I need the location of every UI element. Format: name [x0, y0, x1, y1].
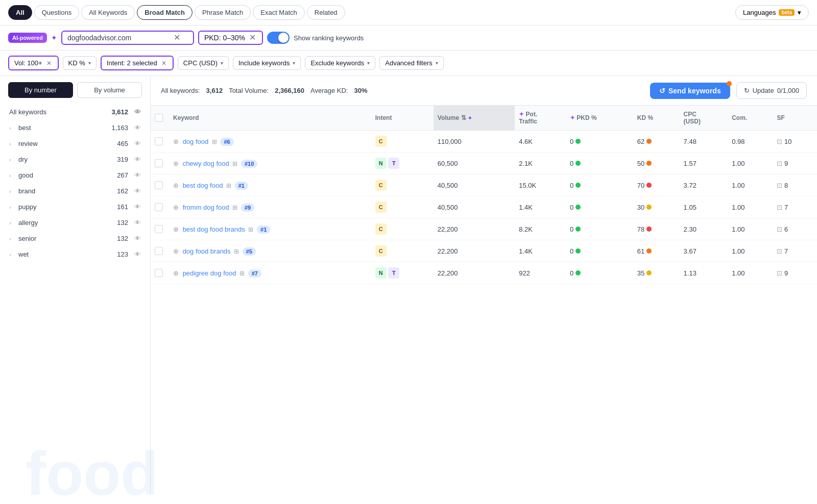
kd-cell: 35	[633, 262, 680, 284]
sidebar-list: All keywords 3,612 👁 › best 1,163 👁 › re…	[0, 104, 150, 493]
sidebar-item-name: dry	[18, 156, 114, 163]
eye-icon: 👁	[134, 140, 141, 147]
tab-related[interactable]: Related	[307, 5, 345, 20]
volume-cell: 60,500	[434, 153, 515, 174]
all-keywords-label: All keywords:	[161, 87, 200, 94]
sidebar-item[interactable]: › wet 123 👁	[4, 246, 146, 262]
vol-clear-button[interactable]: ✕	[45, 60, 53, 66]
add-keyword-icon[interactable]: ⊕	[173, 269, 179, 277]
cpc-filter-chip[interactable]: CPC (USD) ▾	[178, 56, 229, 70]
sidebar-item-name: puppy	[18, 203, 114, 211]
add-keyword-icon[interactable]: ⊕	[173, 160, 179, 167]
keyword-link[interactable]: best dog food	[183, 182, 223, 189]
keyword-cell: ⊕ best dog food brands ⊞ #1	[169, 218, 371, 240]
keyword-link[interactable]: dog food brands	[183, 247, 231, 255]
volume-cell: 40,500	[434, 196, 515, 218]
sidebar-item-count: 132	[117, 219, 128, 226]
intent-clear-button[interactable]: ✕	[160, 60, 167, 66]
exclude-keywords-chip[interactable]: Exclude keywords ▾	[305, 56, 375, 70]
intent-filter-chip[interactable]: Intent: 2 selected ✕	[101, 56, 174, 70]
row-checkbox[interactable]	[155, 159, 163, 167]
sidebar-chevron-icon: ›	[9, 141, 15, 147]
kd-cell: 62	[633, 131, 680, 153]
add-keyword-icon[interactable]: ⊕	[173, 247, 179, 255]
update-button[interactable]: ↻ Update 0/1,000	[736, 82, 807, 99]
th-cpc: CPC(USD)	[680, 106, 728, 131]
rank-badge: #6	[220, 138, 233, 146]
tab-all-keywords[interactable]: All Keywords	[81, 5, 135, 20]
keyword-link[interactable]: fromm dog food	[183, 204, 229, 211]
cpc-filter-label: CPC (USD)	[183, 59, 218, 67]
pkd-clear-button[interactable]: ✕	[248, 34, 257, 42]
sf-cell: ⊡ 7	[773, 240, 817, 262]
keyword-link[interactable]: chewy dog food	[183, 160, 229, 167]
row-checkbox[interactable]	[155, 247, 163, 255]
sidebar: By number By volume All keywords 3,612 👁…	[0, 76, 151, 493]
select-all-checkbox[interactable]	[155, 114, 163, 122]
send-keywords-button[interactable]: ↺ Send keywords	[650, 83, 730, 99]
include-keywords-chip[interactable]: Include keywords ▾	[233, 56, 301, 70]
table-header: Keyword Intent Volume ⇅ ✦ ✦ Pot.Traffic …	[151, 106, 817, 131]
eye-icon: 👁	[134, 250, 141, 258]
row-checkbox[interactable]	[155, 269, 163, 277]
keyword-link[interactable]: dog food	[183, 138, 209, 145]
sidebar-item[interactable]: › dry 319 👁	[4, 152, 146, 167]
exclude-keywords-label: Exclude keywords	[310, 59, 364, 67]
sidebar-item[interactable]: › good 267 👁	[4, 167, 146, 183]
add-keyword-icon[interactable]: ⊕	[173, 225, 179, 233]
rank-badge: #10	[241, 160, 257, 168]
domain-input-wrap[interactable]: ✕	[61, 31, 194, 45]
tab-exact-match[interactable]: Exact Match	[253, 5, 305, 20]
sidebar-item[interactable]: › allergy 132 👁	[4, 215, 146, 231]
table-row: ⊕ fromm dog food ⊞ #9 C 40,500 1.4K 0 30…	[151, 196, 817, 218]
table-wrap: Keyword Intent Volume ⇅ ✦ ✦ Pot.Traffic …	[151, 106, 817, 493]
sidebar-item[interactable]: › best 1,163 👁	[4, 120, 146, 136]
pot-traffic-cell: 1.4K	[515, 240, 566, 262]
sidebar-item[interactable]: › brand 162 👁	[4, 183, 146, 199]
domain-clear-button[interactable]: ✕	[173, 34, 181, 42]
row-checkbox[interactable]	[155, 225, 163, 233]
sidebar-header-name: All keywords	[9, 108, 108, 116]
sparkle-icon: ✦	[51, 34, 57, 42]
kd-cell: 30	[633, 196, 680, 218]
tab-phrase-match[interactable]: Phrase Match	[195, 5, 251, 20]
send-keywords-label: Send keywords	[668, 87, 721, 95]
advanced-filters-chip[interactable]: Advanced filters ▾	[379, 56, 444, 70]
filter-row-1: AI-powered ✦ ✕ PKD: 0–30% ✕ Show ranking…	[0, 26, 817, 51]
by-volume-button[interactable]: By volume	[77, 82, 142, 98]
db-icon: ⊞	[232, 204, 237, 211]
sidebar-header-item[interactable]: All keywords 3,612 👁	[4, 104, 146, 120]
row-checkbox[interactable]	[155, 137, 163, 145]
keyword-link[interactable]: best dog food brands	[183, 225, 245, 233]
row-checkbox[interactable]	[155, 203, 163, 211]
th-volume[interactable]: Volume ⇅ ✦	[434, 106, 515, 131]
languages-button[interactable]: Languages beta ▾	[735, 5, 809, 20]
avg-kd-value: 30%	[354, 87, 367, 94]
tab-broad-match[interactable]: Broad Match	[137, 5, 193, 20]
tab-questions[interactable]: Questions	[34, 5, 80, 20]
sidebar-chevron-icon: ›	[9, 220, 15, 226]
keyword-link[interactable]: pedigree dog food	[183, 269, 236, 277]
kd-filter-chip[interactable]: KD % ▾	[63, 56, 97, 70]
add-keyword-icon[interactable]: ⊕	[173, 138, 179, 145]
keyword-cell: ⊕ dog food brands ⊞ #5	[169, 240, 371, 262]
notification-dot	[727, 81, 732, 86]
content-header: All keywords: 3,612 Total Volume: 2,366,…	[151, 76, 817, 106]
domain-input[interactable]	[67, 34, 170, 42]
row-checkbox-cell	[151, 174, 169, 196]
tab-all[interactable]: All	[8, 5, 32, 20]
intent-badge-n: N	[375, 267, 387, 279]
sidebar-item[interactable]: › senior 132 👁	[4, 231, 146, 246]
pkd-filter[interactable]: PKD: 0–30% ✕	[198, 31, 263, 45]
sidebar-item[interactable]: › puppy 161 👁	[4, 199, 146, 215]
add-keyword-icon[interactable]: ⊕	[173, 204, 179, 211]
show-ranking-toggle[interactable]	[267, 32, 290, 44]
kd-cell: 61	[633, 240, 680, 262]
beta-badge: beta	[779, 9, 795, 16]
add-keyword-icon[interactable]: ⊕	[173, 182, 179, 189]
row-checkbox[interactable]	[155, 181, 163, 189]
sidebar-item[interactable]: › review 465 👁	[4, 136, 146, 152]
by-number-button[interactable]: By number	[8, 82, 73, 98]
kd-dot	[646, 161, 652, 166]
vol-filter-chip[interactable]: Vol: 100+ ✕	[8, 56, 59, 70]
